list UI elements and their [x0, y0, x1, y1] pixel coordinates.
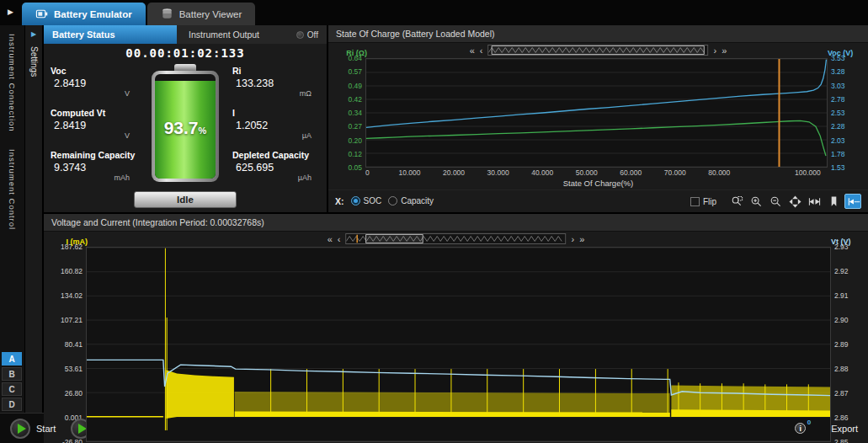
state-row: Idle — [44, 189, 327, 212]
channel-A-button[interactable]: A — [2, 352, 22, 366]
soc-plot[interactable] — [365, 58, 828, 168]
battery-emulator-icon — [35, 8, 48, 20]
flip-checkbox[interactable]: Flip — [690, 197, 716, 206]
axis-tick: 3.03 — [831, 82, 865, 90]
x-axis-mode-label: X: — [335, 196, 344, 206]
axis-tick: 40.000 — [531, 168, 553, 177]
vc-chart-head: I (mA) « ‹ › » Vt (V) — [44, 232, 868, 247]
output-led-icon — [296, 31, 304, 39]
soc-right-axis-ticks: 3.533.283.032.782.532.282.031.781.53 — [828, 54, 865, 172]
left-rail: Instrument Connection Instrument Control… — [0, 25, 25, 413]
metric-value: 625.695 — [232, 162, 320, 173]
axis-tick: 2.86 — [834, 414, 865, 422]
radio-capacity[interactable]: Capacity — [388, 196, 434, 205]
axis-tick: 2.90 — [834, 316, 865, 324]
main-body: Instrument Connection Instrument Control… — [0, 25, 868, 413]
channel-selector: ABCD — [2, 352, 22, 411]
info-icon[interactable]: i 0 — [795, 423, 806, 434]
zoom-region-button[interactable] — [728, 194, 745, 209]
soc-x-axis-ticks: 010.00020.00030.00040.00050.00060.00070.… — [365, 168, 828, 179]
vc-left-axis-ticks: 187.62160.82134.02107.2180.4153.6126.800… — [47, 243, 86, 443]
axis-tick: 100.000 — [795, 168, 821, 177]
metric-i: I 1.2052 µA — [232, 108, 320, 140]
soc-chart-head: Ri (Ω) « ‹ › » Voc (V) — [328, 43, 868, 58]
zoom-fit-button[interactable] — [786, 194, 803, 209]
main-content: Battery Status Instrument Output Off 00.… — [44, 25, 868, 413]
axis-tick: 2.78 — [831, 95, 865, 104]
battery-percent: 93.7% — [155, 118, 216, 138]
sidebar-item-instrument-control[interactable]: Instrument Control — [8, 149, 17, 230]
sidebar-item-instrument-connection[interactable]: Instrument Connection — [8, 34, 17, 132]
elapsed-timer: 00.00:01:02:133 — [44, 44, 327, 61]
channel-C-button[interactable]: C — [2, 382, 22, 396]
vc-plot[interactable] — [86, 247, 831, 442]
scroll-next-button[interactable]: › — [572, 234, 575, 244]
axis-tick: 0.57 — [332, 67, 362, 76]
auto-track-icon — [847, 195, 860, 208]
metric-label: I — [232, 108, 320, 118]
axis-tick: 2.87 — [834, 389, 865, 398]
axis-tick: 2.53 — [831, 109, 865, 117]
radio-soc[interactable]: SOC — [351, 196, 382, 205]
metric-unit: µAh — [232, 173, 320, 182]
metric-depleted-capacity: Depleted Capacity 625.695 µAh — [232, 150, 320, 182]
axis-tick: 0.34 — [332, 109, 362, 117]
flip-label: Flip — [703, 197, 716, 206]
axis-tick: 0.12 — [332, 150, 362, 158]
metric-unit: mAh — [51, 173, 138, 182]
tab-battery-emulator[interactable]: Battery Emulator — [22, 3, 146, 25]
x-axis-mode-radios: SOCCapacity — [351, 194, 441, 209]
output-state-toggle[interactable]: Off — [296, 25, 327, 44]
axis-tick: 2.85 — [834, 438, 865, 443]
metric-label: Ri — [232, 66, 320, 76]
zoom-fit-icon — [789, 195, 801, 208]
scroll-first-button[interactable]: « — [327, 234, 333, 244]
axis-tick: 80.41 — [47, 340, 83, 349]
tab-battery-viewer[interactable]: Battery Viewer — [147, 3, 256, 25]
sidebar-item-settings[interactable]: Settings — [29, 46, 39, 77]
soc-panel-title: State Of Charge (Battery Loaded Model) — [328, 25, 868, 43]
tab-label: Battery Viewer — [179, 9, 242, 19]
scroll-first-button[interactable]: « — [470, 45, 475, 56]
soc-left-axis-ticks: 0.640.570.490.420.340.270.200.120.05 — [332, 54, 365, 172]
channel-D-button[interactable]: D — [2, 398, 22, 411]
soc-chart-svg — [366, 59, 827, 167]
axis-tick: 30.000 — [487, 168, 509, 177]
battery-cap — [174, 64, 196, 71]
scroll-bar[interactable] — [346, 233, 567, 244]
axis-tick: 2.91 — [834, 291, 865, 300]
soc-controls: X: SOCCapacity Flip — [328, 189, 868, 212]
soc-right-controls: Flip — [690, 194, 861, 209]
scroll-last-button[interactable]: » — [579, 234, 584, 244]
scroll-prev-button[interactable]: ‹ — [338, 234, 341, 244]
metric-label: Depleted Capacity — [232, 150, 320, 160]
start-button[interactable]: Start — [10, 419, 56, 439]
radio-label: SOC — [364, 196, 382, 205]
battery-status-header: Battery Status Instrument Output Off — [44, 25, 327, 44]
zoom-out-button[interactable] — [767, 194, 784, 209]
scroll-last-button[interactable]: » — [722, 45, 727, 56]
bookmark-button[interactable] — [825, 194, 842, 209]
zoom-in-button[interactable] — [748, 194, 764, 209]
metric-unit: mΩ — [232, 89, 320, 98]
zoom-fit-x-button[interactable] — [806, 194, 823, 209]
metric-ri: Ri 133.238 mΩ — [232, 66, 320, 98]
battery-gauge-column: 93.7% — [138, 62, 232, 189]
settings-expand-arrow-icon[interactable]: ▶ — [31, 30, 36, 38]
axis-tick: 0.42 — [332, 95, 362, 104]
scroll-prev-button[interactable]: ‹ — [480, 45, 483, 56]
axis-tick: 0.20 — [332, 136, 362, 145]
scroll-bar[interactable] — [488, 45, 709, 56]
battery-emulator-app: ▶ Battery Emulator Battery Viewer Instru… — [0, 0, 868, 443]
battery-status-tab[interactable]: Battery Status — [44, 25, 177, 44]
vc-right-axis-ticks: 2.932.922.912.902.892.882.872.862.85 — [831, 243, 865, 443]
axis-tick: 60.000 — [620, 168, 642, 177]
expand-arrow-icon[interactable]: ▶ — [8, 8, 13, 16]
soc-zoom-toolbar — [728, 194, 861, 209]
metric-label: Remaining Capacity — [51, 150, 138, 160]
scroll-next-button[interactable]: › — [714, 45, 717, 56]
soc-x-axis-label: State Of Charge(%) — [328, 179, 868, 189]
channel-B-button[interactable]: B — [2, 367, 22, 381]
scrollbar-overview-icon — [489, 45, 708, 55]
auto-track-button[interactable] — [844, 194, 861, 209]
